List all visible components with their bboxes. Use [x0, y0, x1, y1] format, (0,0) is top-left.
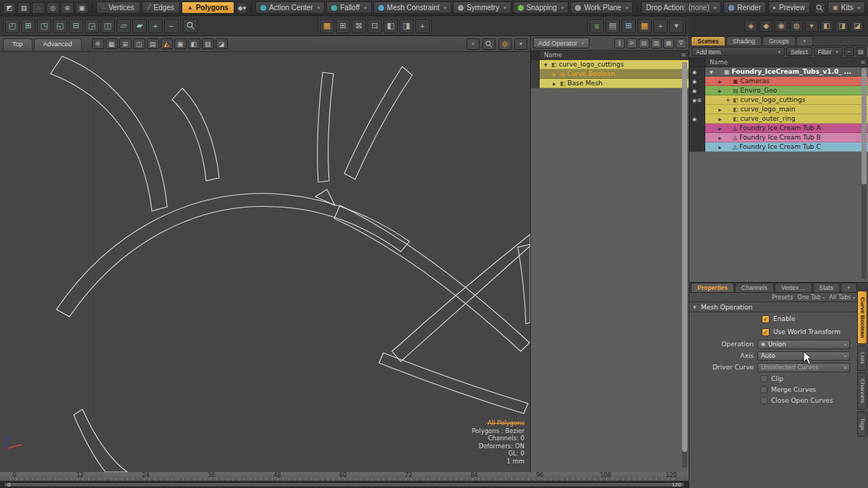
paint-select-icon[interactable]: ▧: [17, 2, 30, 14]
select-through-icon[interactable]: ▣: [75, 2, 88, 14]
boolean-tool-icon[interactable]: ⊟: [69, 19, 83, 33]
item-list-tab[interactable]: Groups: [762, 36, 796, 46]
list-options-button[interactable]: ▤: [856, 47, 866, 56]
mesh-op-row[interactable]: · ▶ ◧ Base Mesh: [531, 79, 689, 88]
item-list-scrollbar[interactable]: [861, 68, 867, 279]
action-axis-icon[interactable]: ◭: [161, 38, 173, 49]
work-plane-dropdown[interactable]: Work Plane ▾: [570, 1, 633, 14]
vertices-mode-button[interactable]: ∴ Vertices: [96, 1, 140, 14]
add-layout-icon[interactable]: +: [653, 19, 668, 33]
visibility-eye-icon[interactable]: ◉: [692, 116, 697, 122]
expand-arrow-icon[interactable]: ▶: [718, 135, 723, 140]
pause-eval-icon[interactable]: ∥: [614, 38, 625, 48]
action-center-dropdown[interactable]: Action Center ▾: [255, 1, 325, 14]
remove-tool-icon[interactable]: −: [164, 19, 179, 33]
timeline-ruler[interactable]: 01224364860728496108120: [0, 472, 689, 481]
falloff-dropdown[interactable]: Falloff ▾: [326, 1, 372, 14]
checkbox[interactable]: [760, 375, 767, 382]
checkbox[interactable]: [762, 328, 770, 336]
add-plane-icon[interactable]: +: [415, 19, 430, 33]
expand-arrow-icon[interactable]: ▶: [718, 79, 723, 84]
item-row[interactable]: ◉ ⊞ ▶ ◧ curve_outer_ring: [689, 114, 868, 124]
checkbox[interactable]: [760, 397, 767, 404]
visibility-toggle-icon[interactable]: ◧: [188, 38, 200, 49]
visibility-eye-icon[interactable]: ◉: [692, 88, 697, 94]
step-eval-icon[interactable]: ⊳: [626, 38, 637, 48]
overlay-toggle-icon[interactable]: ◪: [216, 38, 228, 49]
center-select-icon[interactable]: ⊕: [61, 2, 74, 14]
cube-b-icon[interactable]: ◨: [835, 20, 848, 32]
add-item-dropdown[interactable]: Add Item ▾: [692, 47, 785, 56]
ruler-toggle-icon[interactable]: ▤: [147, 38, 159, 49]
pie-menu-icon[interactable]: ◈: [744, 20, 757, 32]
render-button[interactable]: Render: [723, 1, 766, 14]
expand-arrow-icon[interactable]: ▼: [710, 69, 715, 74]
layout-grid-icon[interactable]: ⊞: [621, 19, 636, 33]
bridge-tool-icon[interactable]: ◲: [85, 19, 99, 33]
side-vertical-tab[interactable]: Curve Boolean: [857, 291, 867, 344]
timeline-scrollbar[interactable]: 0 120: [0, 481, 689, 488]
3d-viewport[interactable]: Top Advanced ※ ▦ ⊞ ◫ ▤ ◭: [0, 36, 530, 472]
render-layout-icon[interactable]: ▦: [637, 19, 652, 33]
expand-arrow-icon[interactable]: ▶: [718, 107, 723, 112]
collapse-all-button[interactable]: −: [844, 47, 854, 56]
add-tool-icon[interactable]: +: [148, 19, 163, 33]
one-tab-dropdown[interactable]: One Tab ▾: [797, 294, 825, 301]
add-operator-dropdown[interactable]: Add Operator ▾: [533, 38, 590, 48]
item-row[interactable]: ◉ ⊞ ▶ ◬ Foundry Ice Cream Tub A: [689, 124, 868, 133]
zoom-tool-button[interactable]: [183, 19, 197, 33]
lasso-select-icon[interactable]: ◌: [32, 2, 45, 14]
visibility-eye-icon[interactable]: ◉: [692, 69, 697, 75]
viewport-view-tab[interactable]: Top: [3, 38, 33, 50]
link-icon[interactable]: ⊞: [697, 98, 702, 103]
item-list-tab[interactable]: Scenes: [691, 36, 726, 46]
search-button[interactable]: [814, 2, 826, 14]
properties-tab[interactable]: Stats: [813, 283, 840, 292]
properties-tab[interactable]: +: [841, 283, 857, 292]
item-select-icon[interactable]: ◩: [3, 2, 16, 14]
item-row[interactable]: ◉ ⊞ ▶ ◧ curve_logo_main: [689, 105, 868, 114]
workplane-align-icon[interactable]: ▦: [320, 19, 334, 33]
grid-snap-icon[interactable]: ⊞: [336, 19, 350, 33]
snapping-dropdown[interactable]: Snapping ▾: [513, 1, 569, 14]
visibility-eye-icon[interactable]: ◉: [692, 98, 697, 103]
grid-toggle-icon[interactable]: ⊞: [119, 38, 132, 49]
polygons-mode-button[interactable]: ▲ Polygons: [182, 1, 234, 14]
symmetry-indicator-icon[interactable]: ※: [92, 38, 104, 49]
plus-box-icon[interactable]: +: [726, 97, 731, 103]
timeline-range-bar[interactable]: 0 120: [4, 482, 685, 487]
symmetry-dropdown[interactable]: Symmetry ▾: [453, 1, 511, 14]
expand-arrow-icon[interactable]: ▶: [553, 72, 558, 77]
properties-tab[interactable]: Channels: [735, 283, 774, 292]
expand-arrow-icon[interactable]: ▶: [718, 88, 723, 93]
field-dropdown[interactable]: ◉ Unselected Curves ▾: [757, 363, 850, 372]
reset-plane-icon[interactable]: ◨: [399, 19, 414, 33]
item-row[interactable]: ◉ ⊞ ▶ ◬ Foundry Ice Cream Tub B: [689, 133, 868, 142]
mesh-ops-scrollbar[interactable]: [682, 62, 687, 468]
properties-tab[interactable]: Vertex ...: [775, 283, 812, 292]
shaded-toggle-icon[interactable]: ▦: [106, 38, 118, 49]
expand-arrow-icon[interactable]: ▶: [718, 116, 723, 121]
inset-tool-icon[interactable]: ▰: [132, 19, 147, 33]
expand-arrow-icon[interactable]: ▶: [718, 126, 723, 131]
preview-button[interactable]: ▸ Preview: [768, 1, 810, 14]
popover-menu-icon[interactable]: ◆: [760, 20, 773, 32]
kits-dropdown[interactable]: ▣ Kits ▾: [827, 1, 865, 14]
expand-arrow-icon[interactable]: ▶: [718, 145, 723, 150]
zoom-view-button[interactable]: [482, 38, 495, 50]
visibility-eye-icon[interactable]: ◉: [692, 79, 697, 85]
item-row[interactable]: ◉ ⊞ ▶ ◬ Foundry Ice Cream Tub C: [689, 142, 868, 152]
item-row[interactable]: ◉ ⊞ + ◧ curve_logo_cuttings: [689, 95, 868, 105]
cube-c-icon[interactable]: ◪: [851, 20, 864, 32]
column-options-icon[interactable]: ≡: [678, 51, 689, 59]
viewport-canvas[interactable]: [0, 52, 530, 472]
shadow-toggle-icon[interactable]: ▨: [202, 38, 214, 49]
presets-menu-icon[interactable]: ◍: [790, 20, 803, 32]
menu-dropdown-icon[interactable]: ▾: [805, 20, 818, 32]
all-tabs-dropdown[interactable]: All Tabs ▾: [829, 294, 855, 301]
filter-dropdown[interactable]: Filter▾: [814, 47, 843, 56]
pan-view-button[interactable]: +: [467, 38, 480, 50]
extrude-tool-icon[interactable]: ◫: [101, 19, 115, 33]
unify-tool-icon[interactable]: ⊞: [21, 19, 35, 33]
mesh-op-row[interactable]: · ▶ ◎ Curve Boolean: [531, 69, 689, 79]
